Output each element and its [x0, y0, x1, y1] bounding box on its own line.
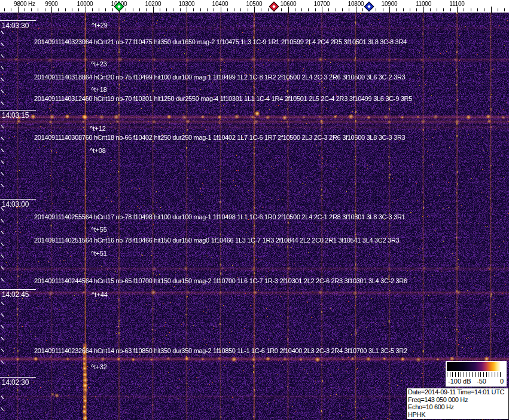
event-time-marker: ^t+55 — [91, 226, 107, 233]
freq-axis-label: 10500 — [246, 1, 263, 7]
freq-axis-label: 10400 — [212, 1, 228, 7]
time-label: 14:02:45 — [0, 289, 36, 299]
freq-axis-label: 10200 — [145, 1, 161, 7]
detection-line: 20140911140255564 hCnt17 nb-78 f10498 hi… — [34, 213, 405, 220]
freq-axis-label: 10800 — [348, 1, 364, 7]
colorbar-gradient — [447, 362, 503, 371]
freq-axis-label: 9800 Hz — [14, 1, 35, 7]
event-time-marker: ^t+51 — [91, 250, 107, 257]
event-time-marker: ^t+08 — [90, 147, 106, 154]
event-time-marker: ^t+23 — [91, 60, 107, 68]
time-label: 14:03:00 — [0, 199, 36, 209]
detection-line: 20140911140251564 hCnt16 nb-78 f10466 hi… — [34, 237, 399, 244]
detection-line: 20140911140323064 hCnt21 nb-77 f10475 hi… — [34, 38, 407, 45]
info-echo: Echo=10 600 Hz — [408, 403, 508, 411]
time-label: 14:03:30 — [0, 20, 36, 30]
detection-line: 20140911140308760 hCnt18 nb-66 f10402 hi… — [34, 134, 405, 141]
info-date-time: Date=2014-09-11 Time=14:01 UTC — [408, 388, 508, 396]
event-time-marker: ^t+44 — [92, 291, 108, 298]
info-station-id: HPHK — [408, 411, 508, 419]
colorbar-ticks — [447, 372, 503, 377]
colorbar: -100 dB -50 0 — [446, 361, 507, 387]
time-label: 14:03:15 — [0, 110, 36, 119]
info-box: Date=2014-09-11 Time=14:01 UTC Freq=143 … — [406, 388, 509, 419]
freq-axis-label: 10700 — [314, 1, 330, 7]
freq-axis-label: 10300 — [179, 1, 195, 7]
detection-line: 20140911140318864 hCnt20 nb-75 f10499 hi… — [34, 73, 405, 81]
freq-axis-label: 10900 — [382, 1, 398, 7]
spectrogram-canvas — [0, 0, 509, 420]
event-time-marker: ^t+29 — [92, 22, 108, 29]
green-diamond-marker-center-dot — [117, 5, 121, 8]
freq-axis-label: 11100 — [449, 1, 464, 7]
colorbar-label-mid: -50 — [477, 378, 486, 385]
info-frequency: Freq=143 050 000 Hz — [408, 396, 508, 404]
detection-line: 20140911140232664 hCnt14 nb-63 f10850 hi… — [34, 347, 407, 354]
spectrogram-display: 9800 Hz990010000101001020010300104001050… — [0, 0, 509, 420]
time-label: 14:02:30 — [0, 377, 36, 387]
event-time-marker: ^t+18 — [91, 86, 107, 93]
freq-axis-label: 10000 — [77, 1, 93, 7]
colorbar-labels: -100 dB -50 0 — [447, 378, 504, 385]
blue-diamond-marker-center-dot — [367, 5, 371, 8]
freq-axis-label: 9900 — [45, 1, 57, 7]
freq-axis-label: 11000 — [416, 1, 431, 7]
detection-line: 20140911140312460 hCnt19 nb-70 f10301 hi… — [34, 95, 412, 102]
detection-line: 20140911140244564 hCnt15 nb-65 f10700 hi… — [34, 277, 407, 284]
freq-axis-label: 10600 — [281, 1, 297, 7]
red-diamond-marker-center-dot — [272, 5, 276, 8]
event-time-marker: ^t+32 — [91, 363, 107, 370]
colorbar-label-min: -100 dB — [448, 378, 471, 385]
event-time-marker: ^t+12 — [90, 125, 106, 132]
colorbar-label-max: 0 — [500, 378, 504, 385]
